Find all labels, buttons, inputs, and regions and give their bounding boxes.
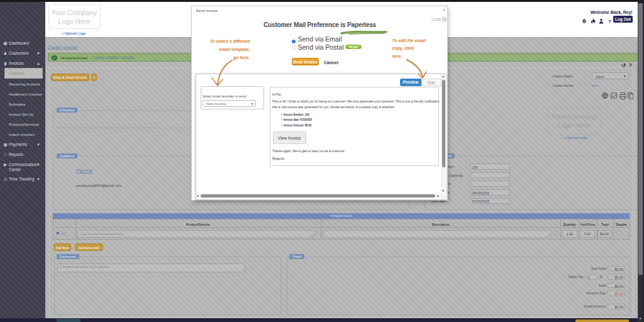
svg-text:?: ? <box>608 18 611 24</box>
